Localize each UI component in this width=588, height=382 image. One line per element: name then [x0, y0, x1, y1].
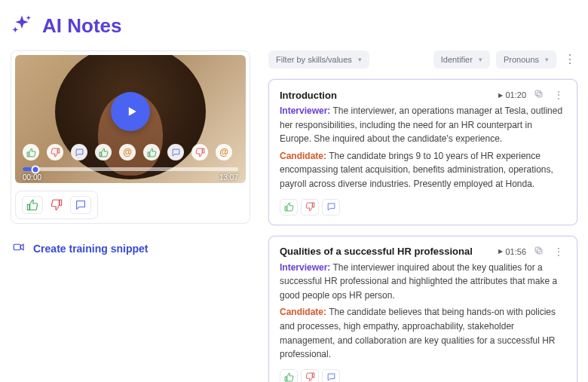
chevron-down-icon: ▾: [358, 56, 362, 63]
timeline-markers: @ @: [15, 142, 246, 162]
note-title: Qualities of a successful HR professiona…: [280, 246, 491, 257]
note-timestamp[interactable]: ▶01:20: [498, 90, 526, 99]
copy-icon[interactable]: [534, 89, 544, 101]
thumb-down-button[interactable]: [301, 199, 319, 215]
thumb-up-button[interactable]: [280, 199, 298, 215]
svg-rect-3: [537, 249, 542, 254]
note-title: Introduction: [280, 90, 491, 101]
duration: 13:07: [219, 173, 238, 182]
thumb-up-button[interactable]: [22, 196, 43, 214]
comment-button[interactable]: [322, 199, 340, 215]
play-button[interactable]: [111, 92, 150, 131]
filter-pronouns[interactable]: Pronouns ▾: [496, 50, 556, 69]
video-camera-icon: [12, 240, 26, 256]
thumb-up-icon[interactable]: [95, 144, 112, 160]
svg-rect-4: [535, 247, 541, 252]
note-more-button[interactable]: ⋮: [551, 90, 566, 100]
svg-rect-1: [537, 92, 542, 96]
more-menu-button[interactable]: ⋮: [562, 53, 577, 66]
seek-bar[interactable]: [23, 167, 238, 171]
filter-skills[interactable]: Filter by skills/values ▾: [268, 50, 369, 69]
chevron-down-icon: ▾: [479, 56, 482, 63]
thumb-up-icon[interactable]: [143, 144, 160, 160]
copy-icon[interactable]: [534, 246, 544, 258]
note-more-button[interactable]: ⋮: [551, 246, 566, 257]
thumb-down-icon[interactable]: [47, 144, 63, 160]
filter-bar: Filter by skills/values ▾ Identifier ▾ P…: [268, 50, 577, 69]
page-title: AI Notes: [42, 14, 121, 38]
video-player[interactable]: @ @ 00:00 13:07: [15, 55, 246, 183]
svg-rect-2: [535, 90, 541, 96]
note-timestamp[interactable]: ▶01:56: [498, 247, 526, 256]
chevron-down-icon: ▾: [545, 56, 549, 63]
feedback-bar: [15, 191, 98, 219]
create-snippet-button[interactable]: Create training snippet: [11, 236, 250, 261]
filter-identifier[interactable]: Identifier ▾: [433, 50, 490, 69]
note-card: Qualities of a successful HR professiona…: [268, 236, 577, 382]
note-card: Introduction ▶01:20 ⋮ Interviewer: The i…: [268, 79, 577, 225]
thumb-up-button[interactable]: [280, 369, 298, 382]
current-time: 00:00: [23, 173, 41, 182]
thumb-up-icon[interactable]: [23, 144, 39, 160]
svg-rect-0: [14, 244, 20, 250]
mention-icon[interactable]: @: [216, 144, 232, 160]
thumb-down-button[interactable]: [46, 196, 67, 214]
mention-icon[interactable]: @: [119, 144, 136, 160]
comment-button[interactable]: [322, 369, 340, 382]
sparkle-icon: [11, 14, 33, 38]
thumb-down-button[interactable]: [301, 369, 319, 382]
video-card: @ @ 00:00 13:07: [11, 50, 250, 224]
comment-icon[interactable]: [71, 144, 87, 160]
create-snippet-label: Create training snippet: [33, 243, 148, 255]
page-header: AI Notes: [0, 0, 588, 46]
comment-button[interactable]: [70, 196, 91, 214]
thumb-down-icon[interactable]: [191, 144, 208, 160]
comment-icon[interactable]: [167, 144, 184, 160]
